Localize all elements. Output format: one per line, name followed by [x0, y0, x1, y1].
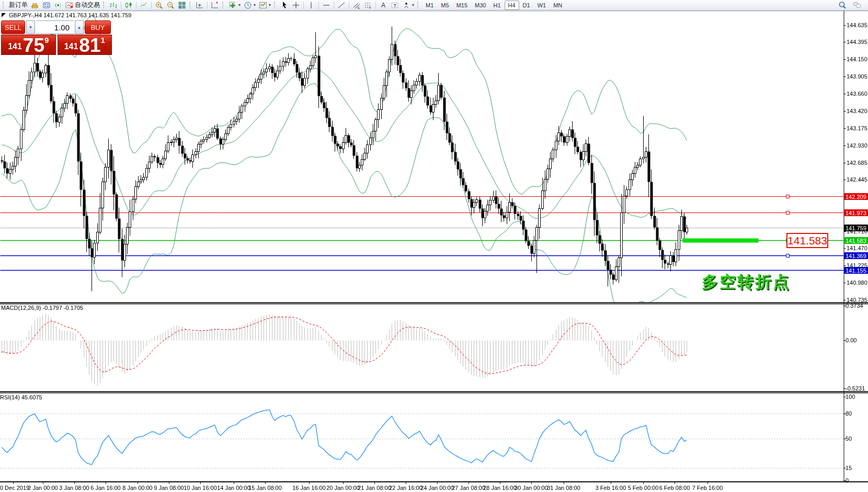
- svg-text:E: E: [358, 6, 360, 9]
- toolbar-separator: [151, 2, 152, 9]
- hline-icon: [322, 1, 330, 9]
- trendline-button[interactable]: [336, 1, 347, 10]
- market-watch-button[interactable]: [41, 1, 52, 10]
- toolbar-grip: [222, 2, 225, 8]
- volume-input[interactable]: 1.00: [36, 20, 74, 34]
- crosshair-button[interactable]: [290, 1, 302, 10]
- broadcast-button[interactable]: [52, 1, 64, 10]
- toolbar-grip: [189, 2, 192, 8]
- buy-pips: 81: [79, 38, 100, 53]
- chevron-down-icon: ▾: [269, 3, 271, 7]
- macd-label: MACD(12,26,9) -0.1797 -0.1705: [1, 305, 83, 311]
- volume-increase-button[interactable]: ▴: [75, 20, 84, 34]
- fibonacci-button[interactable]: F: [362, 1, 374, 10]
- tf-m5[interactable]: M5: [437, 1, 452, 10]
- line-chart-button[interactable]: [138, 1, 150, 10]
- cursor-icon: [280, 1, 289, 9]
- tf-mn[interactable]: MN: [550, 1, 566, 10]
- sell-pipette: 9: [44, 36, 49, 44]
- svg-text:A: A: [381, 2, 385, 9]
- channel-icon: E: [352, 1, 361, 9]
- rsi-label: RSI(14) 45.6075: [0, 394, 42, 400]
- buy-big-figure: 141: [64, 42, 78, 51]
- zoom-out-button[interactable]: [165, 1, 176, 10]
- autotrading-button[interactable]: 自动交易: [64, 1, 101, 10]
- indicators-button[interactable]: ▾: [227, 1, 242, 10]
- arrow-up-icon: ▴: [78, 25, 81, 30]
- toolbar-separator: [136, 2, 136, 9]
- annotation-text: 多空转折点: [702, 271, 791, 293]
- tf-m30[interactable]: M30: [471, 1, 489, 10]
- toolbar-grip: [274, 2, 277, 8]
- chart-shift-button[interactable]: [209, 1, 221, 10]
- crosshair-icon: [292, 1, 300, 9]
- toolbar-separator: [349, 2, 349, 9]
- zoom-in-button[interactable]: [153, 1, 165, 10]
- toolbar-separator: [334, 2, 334, 9]
- channel-button[interactable]: E: [351, 1, 362, 10]
- arrow-down-icon: ▾: [29, 25, 32, 30]
- tile-windows-button[interactable]: [176, 1, 188, 10]
- level-price-label: 141.583: [786, 233, 828, 248]
- chevron-down-icon: ▾: [412, 3, 414, 7]
- gold-button[interactable]: [29, 1, 41, 10]
- sell-big-figure: 141: [8, 42, 22, 51]
- horizontal-line-button[interactable]: [321, 1, 332, 10]
- chart-marker-icon: [2, 13, 6, 17]
- text-icon: A: [379, 1, 387, 9]
- tf-m1[interactable]: M1: [422, 1, 437, 10]
- tf-w1[interactable]: W1: [534, 1, 550, 10]
- toolbar-grip: [417, 2, 420, 8]
- chat-button[interactable]: [851, 1, 863, 10]
- search-button[interactable]: [837, 1, 848, 10]
- new-order-button-label: 新订单: [9, 1, 28, 9]
- chart-canvas[interactable]: [0, 0, 868, 492]
- new-order-button[interactable]: 新订单: [7, 1, 29, 10]
- broadcast-icon: [54, 1, 62, 9]
- toolbar-right-group: [837, 1, 867, 10]
- toolbar-separator: [121, 2, 121, 9]
- candles-icon: [124, 1, 133, 9]
- toolbar-separator: [303, 2, 304, 9]
- template-icon: [259, 1, 267, 9]
- auto-scroll-button[interactable]: [194, 1, 205, 10]
- clock-icon: [244, 1, 252, 9]
- zoomout-icon: [166, 1, 175, 9]
- sell-price-button[interactable]: 141 75 9: [1, 35, 56, 55]
- gold-icon: [31, 1, 39, 9]
- tf-h1[interactable]: H1: [489, 1, 504, 10]
- toolbar-grip: [103, 2, 106, 8]
- symbol-info: GBPJPY-,H4 141.672 141.763 141.635 141.7…: [2, 12, 131, 18]
- candle-chart-button[interactable]: [123, 1, 134, 10]
- sell-pips: 75: [23, 38, 44, 53]
- toolbar-separator: [207, 2, 208, 9]
- label-button[interactable]: T: [389, 1, 401, 10]
- chat-icon: [853, 1, 861, 9]
- tf-m15[interactable]: M15: [453, 1, 471, 10]
- templates-button[interactable]: ▾: [257, 1, 272, 10]
- toolbar-separator: [318, 2, 319, 9]
- tf-d1[interactable]: D1: [519, 1, 534, 10]
- chevron-down-icon: ▾: [254, 3, 256, 7]
- buy-pipette: 1: [101, 36, 105, 44]
- sell-button[interactable]: SELL: [1, 20, 25, 34]
- text-button[interactable]: A: [378, 1, 389, 10]
- symbol-ohlc-text: GBPJPY-,H4 141.672 141.763 141.635 141.7…: [9, 12, 131, 18]
- tf-h4[interactable]: H4: [505, 1, 519, 10]
- search-icon: [838, 1, 847, 9]
- bar-chart-button[interactable]: [108, 1, 119, 10]
- svg-text:T: T: [394, 3, 397, 8]
- volume-decrease-button[interactable]: ▾: [26, 20, 35, 34]
- cursor-button[interactable]: [279, 1, 290, 10]
- bars-icon: [109, 1, 118, 9]
- vertical-line-button[interactable]: [305, 1, 317, 10]
- periods-button[interactable]: ▾: [242, 1, 257, 10]
- buy-button[interactable]: BUY: [85, 20, 111, 34]
- arrows-button[interactable]: ▾: [401, 1, 416, 10]
- linechart-icon: [140, 1, 148, 9]
- tiles-icon: [178, 1, 186, 9]
- chartplay-icon: [196, 1, 204, 9]
- buy-price-button[interactable]: 141 81 1: [58, 35, 112, 55]
- shapes-icon: [402, 1, 410, 9]
- market-icon: [42, 1, 51, 9]
